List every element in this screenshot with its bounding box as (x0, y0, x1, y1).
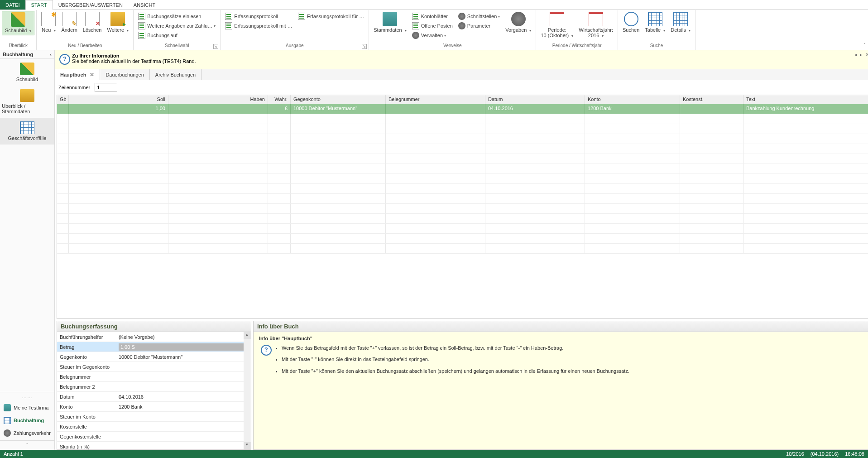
ribbon-button-small[interactable]: Buchungssätze einlesen (136, 12, 217, 21)
ribbon-button-small[interactable]: Schnittstellen▾ (456, 12, 502, 21)
column-header[interactable]: Belegnummer (386, 95, 485, 104)
table-row-empty[interactable] (57, 164, 868, 174)
sidebar-item[interactable]: Überblick / Stammdaten (0, 86, 54, 118)
column-header[interactable]: Soll (69, 95, 168, 104)
menu-tab-ansicht[interactable]: ANSICHT (128, 0, 161, 10)
form-row[interactable]: Skonto (in %) (57, 442, 251, 449)
ribbon-button[interactable]: Periode:10 (Oktober) ▾ (538, 11, 576, 40)
table-row-empty[interactable] (57, 204, 868, 214)
sidebar-nav-item[interactable]: Zahlungsverkehr (0, 427, 54, 439)
table-cell (168, 214, 268, 223)
table-row-empty[interactable] (57, 234, 868, 244)
ribbon-button-small[interactable]: Offene Posten (410, 21, 455, 30)
column-header[interactable]: Haben (168, 95, 268, 104)
form-row[interactable]: Steuer im Konto (57, 412, 251, 422)
form-row[interactable]: Buchführungshelfer(Keine Vorgabe) (57, 332, 251, 342)
sidebar-item-label: Überblick / Stammdaten (2, 103, 53, 114)
ribbon-button[interactable]: Löschen (80, 11, 105, 34)
form-row[interactable]: Betrag1,00 S (57, 342, 251, 352)
form-row[interactable]: Datum04.10.2016 (57, 392, 251, 402)
ribbon-button-small[interactable]: Verwalten▾ (410, 31, 455, 40)
dialog-launcher-icon[interactable]: ↘ (362, 44, 367, 49)
form-value[interactable]: (Keine Vorgabe) (116, 334, 251, 340)
table-row-empty[interactable] (57, 144, 868, 154)
ribbon-button[interactable]: Schaubild ▾ (2, 11, 34, 35)
entry-panel-scrollbar[interactable]: ▴▾ (244, 332, 251, 449)
table-cell (386, 114, 485, 124)
column-header[interactable]: Konto (585, 95, 680, 104)
ribbon-button-small[interactable]: Parameter (456, 21, 502, 30)
table-row-empty[interactable] (57, 244, 868, 254)
table-row-empty[interactable] (57, 114, 868, 124)
doc-tab[interactable]: Dauerbuchungen (100, 69, 149, 80)
table-cell: 04.10.2016 (485, 104, 585, 114)
form-row[interactable]: Kostenstelle (57, 422, 251, 432)
menu-tabs: DATEISTARTÜBERGEBEN/AUSWERTENANSICHT (0, 0, 868, 10)
column-header[interactable]: Datum (485, 95, 585, 104)
menu-tab-start[interactable]: START (25, 0, 53, 10)
page-icon (298, 13, 305, 20)
ribbon-button[interactable]: Weitere ▾ (104, 11, 131, 34)
table-row[interactable]: 1,00€10000 Debitor "Mustermann"04.10.201… (57, 104, 868, 114)
form-row[interactable]: Gegenkostenstelle (57, 432, 251, 442)
table-row-empty[interactable] (57, 174, 868, 184)
column-header[interactable]: Gb (57, 95, 69, 104)
ribbon-button-small[interactable]: Kontoblätter (410, 12, 455, 21)
form-value[interactable]: 1200 Bank (116, 404, 251, 410)
form-row[interactable]: Belegnummer (57, 372, 251, 382)
menu-tab-datei[interactable]: DATEI (0, 0, 25, 10)
close-icon[interactable]: ✕ (90, 72, 94, 78)
column-header[interactable]: Text (743, 95, 868, 104)
doc-tab-label: Archiv Buchungen (155, 72, 196, 77)
info-next-icon[interactable]: ▸ (859, 52, 863, 57)
ribbon-button-small[interactable]: Erfassungsprotokoll (223, 12, 294, 21)
ribbon-button-small[interactable]: Erfassungsprotokoll mit … (223, 21, 294, 30)
doc-tab[interactable]: Archiv Buchungen (150, 69, 201, 80)
dialog-launcher-icon[interactable]: ↘ (213, 44, 218, 49)
column-header[interactable]: Währ. (268, 95, 291, 104)
ribbon-button[interactable]: Details ▾ (668, 11, 693, 34)
form-value[interactable]: 04.10.2016 (116, 394, 251, 400)
sidebar-item[interactable]: Schaubild (0, 59, 54, 86)
table-row-empty[interactable] (57, 124, 868, 134)
doc-tab[interactable]: Hauptbuch✕ (55, 69, 100, 80)
line-number-input[interactable] (95, 83, 117, 92)
form-row[interactable]: Konto1200 Bank (57, 402, 251, 412)
ribbon-button-small[interactable]: Weitere Angaben zur Zahlu…▾ (136, 21, 217, 30)
table-cell (386, 244, 485, 253)
column-header[interactable]: Kostenst. (680, 95, 743, 104)
ribbon-button[interactable]: Wirtschaftsjahr:2016 ▾ (576, 11, 616, 40)
table-row-empty[interactable] (57, 194, 868, 204)
ribbon-button[interactable]: Suchen (620, 11, 642, 34)
table-row-empty[interactable] (57, 224, 868, 234)
table-row-empty[interactable] (57, 154, 868, 164)
table-row-empty[interactable] (57, 184, 868, 194)
sidebar-item[interactable]: Geschäftsvorfälle (0, 118, 54, 145)
column-header[interactable]: Gegenkonto (291, 95, 386, 104)
ribbon-button[interactable]: Neu ▾ (38, 11, 58, 34)
form-value[interactable]: 10000 Debitor "Mustermann" (116, 354, 251, 360)
info-prev-icon[interactable]: ◂ (854, 52, 858, 57)
sidebar-nav-collapse[interactable]: ˇ (0, 440, 54, 450)
ribbon-button[interactable]: Vorgaben ▾ (503, 11, 534, 34)
table-cell: 1200 Bank (585, 104, 680, 114)
menu-tab-übergeben/auswerten[interactable]: ÜBERGEBEN/AUSWERTEN (53, 0, 128, 10)
table-row-empty[interactable] (57, 134, 868, 144)
info-close-icon[interactable]: ✕ (864, 52, 868, 57)
form-label: Gegenkonto (57, 354, 116, 360)
table-row-empty[interactable] (57, 214, 868, 224)
sidebar-nav-item[interactable]: Meine Testfirma (0, 401, 54, 414)
ribbon-button-small[interactable]: Buchungslauf (136, 31, 217, 40)
ribbon-button[interactable]: Tabelle ▾ (642, 11, 668, 34)
table-cell (585, 154, 680, 164)
form-value[interactable]: 1,00 S (116, 343, 251, 351)
form-row[interactable]: Steuer im Gegenkonto (57, 362, 251, 372)
ribbon-button-small[interactable]: Erfassungsprotokoll für … (296, 12, 366, 21)
ribbon-button[interactable]: Stammdaten ▾ (371, 11, 409, 34)
form-row[interactable]: Belegnummer 2 (57, 382, 251, 392)
form-row[interactable]: Gegenkonto10000 Debitor "Mustermann" (57, 352, 251, 362)
sidebar-nav-item[interactable]: Buchhaltung (0, 414, 54, 427)
sidebar-collapse-icon[interactable]: ‹ (50, 52, 52, 57)
ribbon-button[interactable]: Ändern (58, 11, 80, 34)
ribbon-collapse-icon[interactable]: ˆ (864, 43, 865, 48)
